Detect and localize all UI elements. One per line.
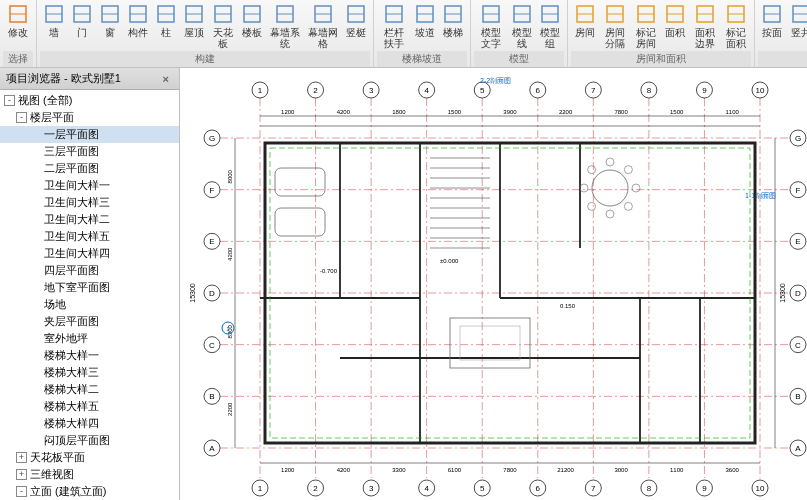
tree-node[interactable]: 闷顶层平面图 — [0, 432, 179, 449]
svg-text:3: 3 — [369, 86, 374, 95]
svg-text:3000: 3000 — [614, 467, 628, 473]
tree-node[interactable]: 卫生间大样五 — [0, 228, 179, 245]
curtain-grid-button[interactable]: 幕墙网格 — [304, 0, 342, 51]
svg-text:3900: 3900 — [503, 109, 517, 115]
tree-node[interactable]: -楼层平面 — [0, 109, 179, 126]
room-tag-button[interactable]: 标记房间 — [630, 0, 661, 51]
roof-button[interactable]: 屋顶 — [180, 0, 208, 51]
tree-node[interactable]: 一层平面图 — [0, 126, 179, 143]
svg-text:A: A — [795, 444, 801, 453]
tree-node[interactable]: 卫生间大样三 — [0, 194, 179, 211]
tree-node-label: 场地 — [44, 297, 66, 312]
leaf-icon — [30, 214, 41, 225]
tree-node[interactable]: 二层平面图 — [0, 160, 179, 177]
curtain-sys-button[interactable]: 幕墙系统 — [266, 0, 304, 51]
by-face-button[interactable]: 按面 — [758, 0, 787, 51]
column-button[interactable]: 柱 — [152, 0, 180, 51]
expand-icon[interactable]: + — [16, 452, 27, 463]
ribbon-button-label: 幕墙系统 — [269, 27, 301, 49]
svg-text:5: 5 — [480, 86, 485, 95]
tree-node[interactable]: -立面 (建筑立面) — [0, 483, 179, 500]
model-line-button[interactable]: 模型线 — [508, 0, 536, 51]
area-bound-button[interactable]: 面积边界 — [689, 0, 720, 51]
component-button[interactable]: 构件 — [124, 0, 152, 51]
tree-node[interactable]: 四层平面图 — [0, 262, 179, 279]
leaf-icon — [30, 163, 41, 174]
tree-node[interactable]: 夹层平面图 — [0, 313, 179, 330]
ribbon-button-label: 模型组 — [539, 27, 561, 49]
tree-node[interactable]: 楼梯大样三 — [0, 364, 179, 381]
wall-icon — [42, 2, 66, 26]
area-button[interactable]: 面积 — [661, 0, 689, 51]
svg-text:4: 4 — [424, 86, 429, 95]
railing-button[interactable]: 栏杆扶手 — [377, 0, 411, 51]
svg-text:E: E — [209, 237, 214, 246]
ceiling-button[interactable]: 天花板 — [208, 0, 238, 51]
room-sep-button[interactable]: 房间分隔 — [599, 0, 630, 51]
ribbon-button-label: 墙 — [49, 27, 59, 38]
svg-text:4200: 4200 — [227, 247, 233, 261]
expand-icon[interactable]: + — [16, 469, 27, 480]
tree-node[interactable]: 卫生间大样二 — [0, 211, 179, 228]
area-tag-button[interactable]: 标记面积 — [720, 0, 751, 51]
tree-node[interactable]: 楼梯大样四 — [0, 415, 179, 432]
close-icon[interactable]: × — [159, 73, 173, 85]
tree-node-label: 四层平面图 — [44, 263, 99, 278]
svg-text:6100: 6100 — [448, 467, 462, 473]
svg-text:2: 2 — [313, 86, 318, 95]
svg-text:A: A — [209, 444, 215, 453]
browser-title-text: 项目浏览器 - 欧式别墅1 — [6, 71, 121, 86]
tree-node[interactable]: 室外地坪 — [0, 330, 179, 347]
window-button[interactable]: 窗 — [96, 0, 124, 51]
tree-node-label: 夹层平面图 — [44, 314, 99, 329]
ramp-icon — [413, 2, 437, 26]
tree-node[interactable]: 地下室平面图 — [0, 279, 179, 296]
ribbon-button-label: 窗 — [105, 27, 115, 38]
ribbon-button-label: 楼板 — [242, 27, 262, 38]
svg-text:1100: 1100 — [726, 109, 740, 115]
tree-node[interactable]: +三维视图 — [0, 466, 179, 483]
tree-node[interactable]: 楼梯大样五 — [0, 398, 179, 415]
model-text-button[interactable]: 模型文字 — [474, 0, 508, 51]
cursor-button[interactable]: 修改 — [3, 0, 33, 51]
tree-node[interactable]: 场地 — [0, 296, 179, 313]
tree-node[interactable]: 卫生间大样四 — [0, 245, 179, 262]
model-group-button[interactable]: 模型组 — [536, 0, 564, 51]
tree-node[interactable]: 卫生间大样一 — [0, 177, 179, 194]
svg-text:F: F — [210, 186, 215, 195]
svg-text:4: 4 — [424, 484, 429, 493]
drawing-canvas[interactable]: 1122334455667788991010AABBCCDDEEFFGG1200… — [180, 68, 807, 500]
wall-button[interactable]: 墙 — [40, 0, 68, 51]
floor-plan-drawing: 1122334455667788991010AABBCCDDEEFFGG1200… — [180, 68, 807, 500]
tree-node[interactable]: 三层平面图 — [0, 143, 179, 160]
room-button[interactable]: 房间 — [571, 0, 599, 51]
tree-node[interactable]: 楼梯大样一 — [0, 347, 179, 364]
collapse-icon[interactable]: - — [4, 95, 15, 106]
curtain-grid-icon — [311, 2, 335, 26]
svg-text:B: B — [795, 392, 800, 401]
svg-point-158 — [606, 210, 614, 218]
leaf-icon — [30, 384, 41, 395]
floor-button[interactable]: 楼板 — [238, 0, 266, 51]
collapse-icon[interactable]: - — [16, 112, 27, 123]
collapse-icon[interactable]: - — [16, 486, 27, 497]
tree-node[interactable]: 楼梯大样二 — [0, 381, 179, 398]
door-button[interactable]: 门 — [68, 0, 96, 51]
leaf-icon — [30, 248, 41, 259]
tree-node[interactable]: +天花板平面 — [0, 449, 179, 466]
ribbon-group: 墙门窗构件柱屋顶天花板楼板幕墙系统幕墙网格竖梃构建 — [37, 0, 374, 67]
tree-node[interactable]: -视图 (全部) — [0, 92, 179, 109]
svg-text:B: B — [209, 392, 214, 401]
shaft-button[interactable]: 竖井 — [787, 0, 807, 51]
stairs-button[interactable]: 楼梯 — [439, 0, 467, 51]
ramp-button[interactable]: 坡道 — [411, 0, 439, 51]
ribbon-button-label: 楼梯 — [443, 27, 463, 38]
svg-rect-175 — [460, 326, 520, 360]
mullion-button[interactable]: 竖梃 — [342, 0, 370, 51]
tree-node-label: 卫生间大样二 — [44, 212, 110, 227]
component-icon — [126, 2, 150, 26]
leaf-icon — [30, 333, 41, 344]
ribbon-button-label: 面积边界 — [692, 27, 717, 49]
svg-point-163 — [624, 166, 632, 174]
svg-text:-0.700: -0.700 — [320, 268, 338, 274]
